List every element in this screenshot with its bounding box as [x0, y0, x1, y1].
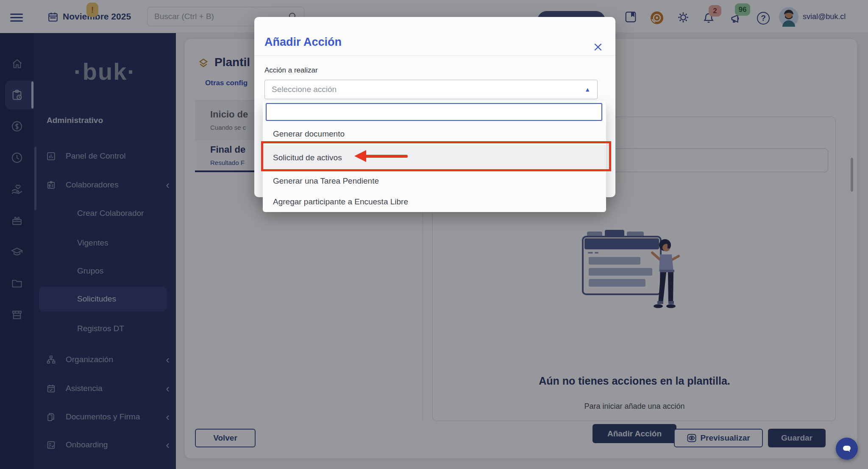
annotation-arrow-head	[354, 150, 366, 162]
option-generar-tarea-pendiente[interactable]: Generar una Tarea Pendiente	[263, 170, 606, 192]
app-screen: Noviembre 2025 !	[0, 0, 868, 469]
modal-header-divider	[254, 55, 615, 56]
chat-bubble-icon	[842, 444, 852, 454]
option-agregar-participante-encuesta[interactable]: Agregar participante a Encuesta Libre	[263, 192, 606, 212]
action-field-label: Acción a realizar	[264, 66, 318, 75]
chat-launcher-button[interactable]	[836, 438, 858, 460]
modal-title: Añadir Acción	[264, 36, 342, 49]
annotation-arrow	[365, 155, 408, 158]
action-select[interactable]: Seleccione acción ▲	[264, 80, 598, 99]
caret-up-icon: ▲	[584, 86, 590, 93]
select-placeholder: Seleccione acción	[272, 85, 337, 94]
annotation-highlight-box	[261, 141, 611, 171]
close-icon[interactable]	[593, 42, 604, 53]
action-search-input[interactable]	[266, 103, 602, 121]
